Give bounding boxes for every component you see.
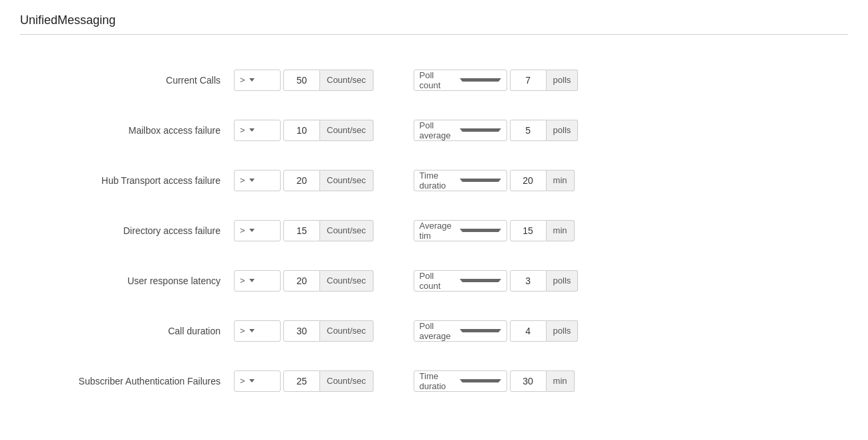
page-title: UnifiedMessaging (20, 13, 848, 27)
operator-select-2[interactable]: > (234, 170, 281, 191)
poll-type-arrow-0 (460, 78, 501, 82)
value-input-6[interactable] (283, 370, 320, 392)
poll-unit-label-0: polls (547, 70, 579, 91)
poll-type-value-3: Average tim (420, 221, 456, 241)
poll-type-arrow-2 (460, 179, 501, 182)
operator-arrow-4 (249, 279, 255, 282)
poll-value-input-1[interactable] (510, 120, 547, 141)
poll-type-arrow-6 (460, 379, 501, 382)
row-label-1: Mailbox access failure (128, 125, 221, 136)
controls-group-5: > Count/sec Poll average polls (234, 320, 848, 342)
operator-select-5[interactable]: > (234, 320, 281, 342)
poll-type-select-4[interactable]: Poll count (414, 270, 507, 292)
operator-value-4: > (240, 276, 245, 286)
poll-value-input-4[interactable] (510, 270, 547, 292)
operator-select-4[interactable]: > (234, 270, 281, 292)
poll-value-input-3[interactable] (510, 220, 547, 241)
operator-select-1[interactable]: > (234, 120, 281, 141)
poll-type-arrow-1 (460, 128, 501, 132)
value-input-0[interactable] (283, 70, 320, 91)
operator-value-2: > (240, 175, 245, 185)
poll-unit-label-1: polls (547, 120, 579, 141)
row-label-4: User response latency (128, 276, 221, 286)
poll-value-input-0[interactable] (510, 70, 547, 91)
table-row: Hub Transport access failure > Count/sec… (20, 155, 848, 205)
controls-group-4: > Count/sec Poll count polls (234, 270, 848, 292)
row-label-2: Hub Transport access failure (102, 175, 221, 186)
operator-select-0[interactable]: > (234, 70, 281, 91)
poll-unit-label-6: min (547, 370, 575, 392)
poll-type-value-6: Time duratio (420, 371, 456, 391)
unit-label-1: Count/sec (320, 120, 374, 141)
poll-type-value-4: Poll count (420, 271, 456, 291)
operator-value-6: > (240, 376, 245, 386)
table-row: Mailbox access failure > Count/sec Poll … (20, 105, 848, 155)
poll-unit-label-2: min (547, 170, 575, 191)
controls-group-0: > Count/sec Poll count polls (234, 70, 848, 91)
poll-value-input-2[interactable] (510, 170, 547, 191)
settings-table: Current Calls > Count/sec Poll count pol (20, 55, 848, 406)
unit-label-6: Count/sec (320, 370, 374, 392)
operator-arrow-2 (249, 179, 255, 182)
poll-unit-label-3: min (547, 220, 575, 241)
controls-group-3: > Count/sec Average tim min (234, 220, 848, 241)
table-row: Directory access failure > Count/sec Ave… (20, 205, 848, 255)
poll-type-value-2: Time duratio (420, 171, 456, 191)
table-row: Subscriber Authentication Failures > Cou… (20, 356, 848, 406)
operator-arrow-3 (249, 229, 255, 232)
poll-unit-label-4: polls (547, 270, 579, 292)
controls-group-2: > Count/sec Time duratio min (234, 170, 848, 191)
poll-type-arrow-5 (460, 329, 501, 332)
value-input-2[interactable] (283, 170, 320, 191)
value-input-4[interactable] (283, 270, 320, 292)
poll-type-select-5[interactable]: Poll average (414, 320, 507, 342)
operator-select-6[interactable]: > (234, 370, 281, 392)
divider (20, 34, 848, 35)
table-row: User response latency > Count/sec Poll c… (20, 255, 848, 306)
poll-type-value-5: Poll average (420, 321, 456, 341)
operator-arrow-5 (249, 329, 255, 332)
value-input-3[interactable] (283, 220, 320, 241)
row-label-3: Directory access failure (124, 225, 221, 236)
operator-select-3[interactable]: > (234, 220, 281, 241)
operator-value-5: > (240, 326, 245, 336)
poll-type-arrow-3 (460, 229, 501, 232)
controls-group-6: > Count/sec Time duratio min (234, 370, 848, 392)
operator-value-1: > (240, 125, 245, 135)
unit-label-2: Count/sec (320, 170, 374, 191)
poll-value-input-5[interactable] (510, 320, 547, 342)
table-row: Call duration > Count/sec Poll average p (20, 306, 848, 356)
unit-label-3: Count/sec (320, 220, 374, 241)
poll-type-arrow-4 (460, 279, 501, 282)
operator-arrow-0 (249, 78, 255, 82)
row-label-0: Current Calls (166, 75, 221, 86)
poll-type-value-1: Poll average (420, 120, 456, 140)
operator-value-0: > (240, 75, 245, 85)
poll-value-input-6[interactable] (510, 370, 547, 392)
row-label-5: Call duration (168, 326, 221, 336)
poll-type-select-6[interactable]: Time duratio (414, 370, 507, 392)
poll-type-select-0[interactable]: Poll count (414, 70, 507, 91)
operator-arrow-6 (249, 379, 255, 382)
row-label-6: Subscriber Authentication Failures (79, 376, 221, 387)
poll-unit-label-5: polls (547, 320, 579, 342)
poll-type-select-3[interactable]: Average tim (414, 220, 507, 241)
operator-arrow-1 (249, 128, 255, 132)
value-input-5[interactable] (283, 320, 320, 342)
poll-type-value-0: Poll count (420, 70, 456, 90)
poll-type-select-1[interactable]: Poll average (414, 120, 507, 141)
unit-label-4: Count/sec (320, 270, 374, 292)
unit-label-0: Count/sec (320, 70, 374, 91)
controls-group-1: > Count/sec Poll average polls (234, 120, 848, 141)
unit-label-5: Count/sec (320, 320, 374, 342)
table-row: Current Calls > Count/sec Poll count pol (20, 55, 848, 105)
value-input-1[interactable] (283, 120, 320, 141)
poll-type-select-2[interactable]: Time duratio (414, 170, 507, 191)
operator-value-3: > (240, 225, 245, 235)
